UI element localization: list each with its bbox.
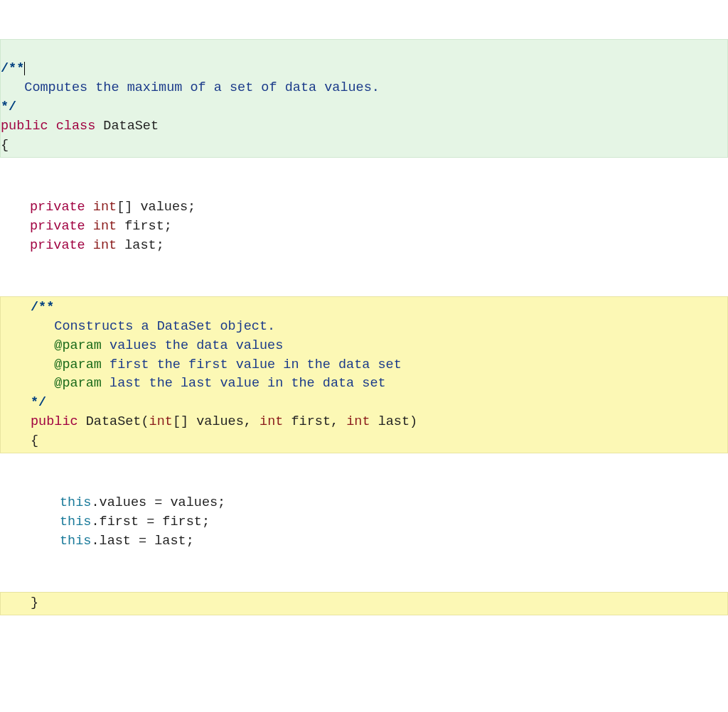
code-container: /** Computes the maximum of a set of dat… xyxy=(0,0,728,712)
class-header-block: /** Computes the maximum of a set of dat… xyxy=(0,39,728,158)
doc-line: Computes the maximum of a set of data va… xyxy=(24,80,380,95)
ctor-body-block: this.values = values; this.first = first… xyxy=(0,492,728,552)
kw-private: private xyxy=(30,200,85,215)
brace-open: { xyxy=(1,138,9,153)
kw-this: this xyxy=(60,495,91,510)
type-int: int xyxy=(93,200,117,215)
field-values: values xyxy=(140,200,188,215)
class-name: DataSet xyxy=(103,119,159,134)
array-brackets: [] xyxy=(117,200,132,215)
ctor-close-block: } xyxy=(0,592,728,615)
field-last: last xyxy=(124,238,156,253)
blank-gap xyxy=(0,655,728,677)
ctor-name: DataSet xyxy=(86,414,141,429)
ctor-doc-line: Constructs a DataSet object. xyxy=(54,319,275,334)
fields-block: private int[] values; private int first;… xyxy=(0,197,728,257)
doc-open: /** xyxy=(1,61,24,76)
param-tag: @param xyxy=(54,338,102,353)
text-cursor xyxy=(24,62,25,75)
doc-close: */ xyxy=(1,99,16,114)
field-first: first xyxy=(124,219,164,234)
kw-public: public xyxy=(1,119,48,134)
ctor-doc-block: /** Constructs a DataSet object. @param … xyxy=(0,296,728,453)
kw-class: class xyxy=(56,119,96,134)
